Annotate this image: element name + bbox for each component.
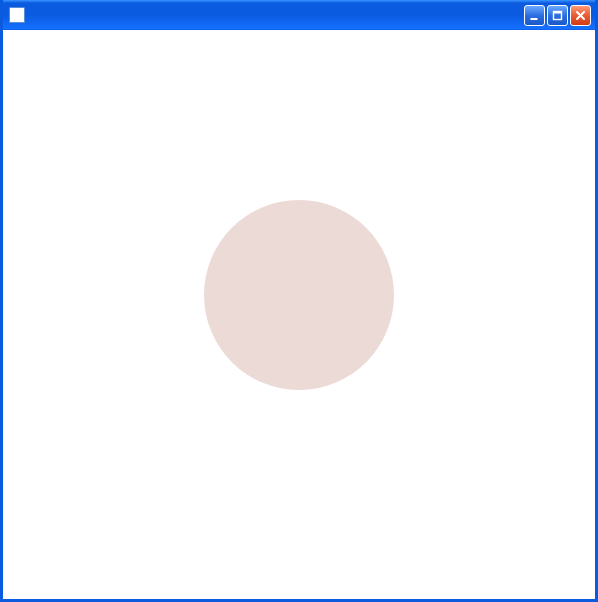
minimize-icon — [529, 10, 540, 21]
maximize-button[interactable] — [547, 5, 568, 26]
svg-rect-2 — [554, 11, 562, 13]
close-icon — [575, 10, 586, 21]
window-controls — [524, 5, 591, 26]
maximize-icon — [552, 10, 563, 21]
minimize-button[interactable] — [524, 5, 545, 26]
close-button[interactable] — [570, 5, 591, 26]
pink-circle — [204, 200, 394, 390]
title-bar[interactable] — [3, 0, 595, 30]
client-area — [6, 30, 592, 596]
app-icon — [9, 7, 25, 23]
svg-rect-0 — [531, 18, 538, 20]
app-window — [0, 0, 598, 602]
